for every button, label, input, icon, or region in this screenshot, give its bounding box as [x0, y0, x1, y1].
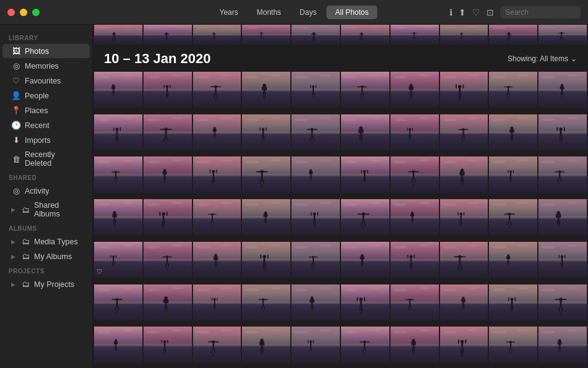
table-row[interactable]	[242, 327, 290, 362]
search-input[interactable]	[500, 6, 581, 19]
table-row[interactable]	[144, 285, 192, 320]
table-row[interactable]	[144, 72, 192, 108]
strip-cell[interactable]	[242, 25, 290, 45]
strip-cell[interactable]	[94, 25, 142, 45]
table-row[interactable]	[242, 72, 290, 108]
heart-button[interactable]: ♡	[472, 7, 480, 17]
sidebar-item-imports[interactable]: ⬇ Imports	[2, 133, 90, 147]
table-row[interactable]	[538, 327, 587, 362]
table-row[interactable]	[144, 327, 192, 362]
table-row[interactable]	[292, 72, 340, 108]
strip-cell[interactable]	[440, 25, 488, 45]
close-button[interactable]	[7, 9, 15, 16]
table-row[interactable]	[440, 327, 488, 362]
table-row[interactable]	[94, 156, 142, 192]
table-row[interactable]	[440, 242, 488, 278]
strip-cell[interactable]	[144, 25, 192, 45]
slideshow-button[interactable]: ⊡	[486, 7, 494, 17]
table-row[interactable]	[94, 72, 142, 108]
table-row[interactable]	[489, 199, 537, 235]
tab-all-photos[interactable]: All Photos	[326, 6, 377, 19]
table-row[interactable]	[341, 156, 389, 192]
table-row[interactable]	[391, 199, 439, 235]
sidebar-item-places[interactable]: 📍 Places	[2, 103, 90, 118]
sidebar-item-my-projects[interactable]: ▶ 🗂 My Projects	[2, 277, 90, 291]
sidebar-item-shared-albums[interactable]: ▶ 🗂 Shared Albums	[2, 199, 90, 221]
sidebar-item-people[interactable]: 👤 People	[2, 88, 90, 103]
table-row[interactable]	[489, 156, 537, 192]
table-row[interactable]	[440, 285, 488, 320]
table-row[interactable]	[292, 156, 340, 192]
table-row[interactable]	[144, 114, 192, 150]
info-button[interactable]: ℹ	[449, 7, 452, 17]
table-row[interactable]	[538, 285, 587, 320]
strip-cell[interactable]	[391, 25, 439, 45]
table-row[interactable]	[341, 242, 389, 278]
table-row[interactable]	[242, 242, 290, 278]
table-row[interactable]	[489, 72, 537, 108]
sidebar-item-my-albums[interactable]: ▶ 🗂 My Albums	[2, 249, 90, 263]
table-row[interactable]	[144, 242, 192, 278]
table-row[interactable]	[489, 242, 537, 278]
sidebar-item-memories[interactable]: ◎ Memories	[2, 59, 90, 73]
sidebar-item-media-types[interactable]: ▶ 🗂 Media Types	[2, 234, 90, 249]
table-row[interactable]	[391, 327, 439, 362]
table-row[interactable]	[94, 199, 142, 235]
table-row[interactable]	[341, 327, 389, 362]
showing-control[interactable]: Showing: All Items ⌄	[508, 54, 577, 63]
table-row[interactable]: ♡	[94, 242, 142, 278]
table-row[interactable]	[292, 285, 340, 320]
table-row[interactable]	[391, 285, 439, 320]
strip-cell[interactable]	[292, 25, 340, 45]
table-row[interactable]	[292, 242, 340, 278]
table-row[interactable]	[538, 156, 587, 192]
table-row[interactable]	[391, 156, 439, 192]
share-button[interactable]: ⬆	[459, 7, 466, 17]
strip-cell[interactable]	[538, 25, 587, 45]
sidebar-item-favourites[interactable]: ♡ Favourites	[2, 74, 90, 88]
strip-cell[interactable]	[193, 25, 241, 45]
table-row[interactable]	[391, 242, 439, 278]
table-row[interactable]	[489, 327, 537, 362]
table-row[interactable]	[193, 327, 241, 362]
table-row[interactable]	[489, 114, 537, 150]
tab-months[interactable]: Months	[248, 6, 290, 19]
table-row[interactable]	[94, 327, 142, 362]
table-row[interactable]	[440, 199, 488, 235]
tab-days[interactable]: Days	[291, 6, 325, 19]
table-row[interactable]	[538, 199, 587, 235]
table-row[interactable]	[144, 199, 192, 235]
table-row[interactable]	[193, 114, 241, 150]
table-row[interactable]	[538, 242, 587, 278]
sidebar-item-photos[interactable]: 🖼 Photos	[2, 44, 90, 58]
table-row[interactable]	[94, 114, 142, 150]
table-row[interactable]	[144, 156, 192, 192]
table-row[interactable]	[242, 156, 290, 192]
sidebar-item-recently-deleted[interactable]: 🗑 Recently Deleted	[2, 148, 90, 170]
table-row[interactable]	[391, 114, 439, 150]
table-row[interactable]	[391, 72, 439, 108]
table-row[interactable]	[94, 285, 142, 320]
table-row[interactable]	[341, 72, 389, 108]
table-row[interactable]	[440, 156, 488, 192]
strip-cell[interactable]	[489, 25, 537, 45]
table-row[interactable]	[341, 114, 389, 150]
tab-years[interactable]: Years	[211, 6, 247, 19]
table-row[interactable]	[193, 285, 241, 320]
table-row[interactable]	[489, 285, 537, 320]
table-row[interactable]	[292, 199, 340, 235]
strip-cell[interactable]	[341, 25, 389, 45]
table-row[interactable]	[242, 114, 290, 150]
table-row[interactable]	[193, 156, 241, 192]
maximize-button[interactable]	[32, 9, 40, 16]
minimize-button[interactable]	[20, 9, 27, 16]
table-row[interactable]	[440, 114, 488, 150]
table-row[interactable]	[193, 72, 241, 108]
table-row[interactable]	[341, 285, 389, 320]
sidebar-item-activity[interactable]: ◎ Activity	[2, 184, 90, 198]
sidebar-item-recent[interactable]: 🕐 Recent	[2, 118, 90, 132]
table-row[interactable]	[341, 199, 389, 235]
table-row[interactable]	[193, 199, 241, 235]
table-row[interactable]	[292, 327, 340, 362]
table-row[interactable]	[193, 242, 241, 278]
